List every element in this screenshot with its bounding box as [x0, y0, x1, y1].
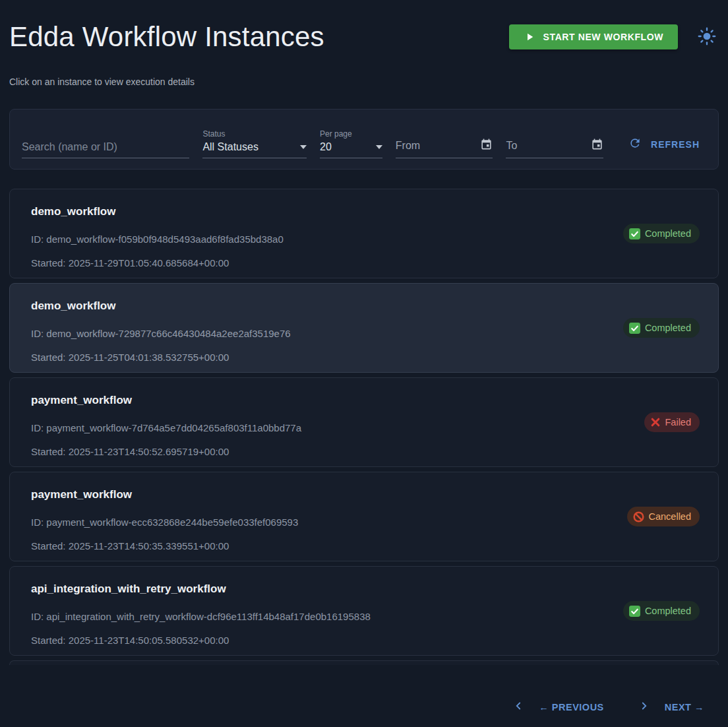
to-date-input[interactable] [506, 140, 572, 152]
start-new-workflow-button[interactable]: START NEW WORKFLOW [509, 24, 678, 49]
per-page-value: 20 [320, 141, 332, 153]
instance-id: ID: demo_workflow-f059b0f948d5493aad6f8f… [31, 234, 697, 245]
refresh-icon [628, 137, 642, 152]
instance-card[interactable]: payment_workflow ID: payment_workflow-ec… [9, 472, 719, 561]
previous-page-icon-button[interactable] [510, 697, 527, 716]
status-label: Cancelled [649, 511, 692, 522]
next-button[interactable]: NEXT → [659, 698, 710, 716]
instance-id: ID: demo_workflow-729877c66c46430484a2ee… [31, 328, 697, 339]
status-badge: Completed [623, 601, 700, 621]
instance-card[interactable]: payment_workflow ID: payment_workflow-7d… [9, 377, 719, 467]
status-badge: Completed [623, 224, 700, 243]
search-input[interactable] [22, 141, 189, 153]
per-page-select[interactable]: Per page 20 [320, 129, 382, 158]
refresh-label: REFRESH [651, 139, 700, 150]
instance-name: api_integration_with_retry_workflow [31, 583, 697, 596]
partial-next-card[interactable] [9, 660, 719, 665]
status-badge: Cancelled [627, 507, 700, 526]
instance-card[interactable]: demo_workflow ID: demo_workflow-729877c6… [9, 283, 719, 373]
pagination: ← PREVIOUS NEXT → [510, 697, 710, 716]
cross-icon [650, 417, 661, 427]
instance-list: demo_workflow ID: demo_workflow-f059b0f9… [9, 189, 719, 656]
status-label: Completed [645, 228, 691, 239]
instance-id: ID: payment_workflow-ecc632868e244be59ef… [31, 517, 697, 528]
instance-started: Started: 2025-11-29T01:05:40.685684+00:0… [31, 257, 697, 269]
page-title: Edda Workflow Instances [9, 21, 509, 53]
status-label: Completed [645, 606, 691, 616]
status-select[interactable]: Status All Statuses [202, 129, 307, 158]
chevron-right-icon [638, 700, 650, 714]
calendar-icon[interactable] [480, 138, 493, 153]
instance-name: demo_workflow [31, 205, 697, 218]
instance-card[interactable]: api_integration_with_retry_workflow ID: … [9, 566, 719, 656]
header: Edda Workflow Instances START NEW WORKFL… [9, 0, 719, 53]
play-icon [524, 31, 535, 43]
instance-name: payment_workflow [31, 488, 697, 501]
check-icon [629, 228, 640, 239]
from-date-input[interactable] [396, 140, 462, 152]
instance-id: ID: api_integration_with_retry_workflow-… [31, 611, 697, 622]
status-label: Status [202, 129, 307, 139]
instance-started: Started: 2025-11-23T14:50:52.695719+00:0… [31, 446, 697, 457]
sun-icon [698, 38, 716, 47]
chevron-down-icon [300, 145, 307, 149]
status-badge: Failed [644, 412, 700, 432]
calendar-icon[interactable] [591, 138, 603, 153]
status-label: Completed [645, 323, 691, 333]
instance-card[interactable]: demo_workflow ID: demo_workflow-f059b0f9… [9, 189, 719, 278]
check-icon [629, 606, 640, 617]
per-page-label: Per page [320, 129, 382, 139]
next-page-icon-button[interactable] [636, 697, 653, 716]
search-field [22, 141, 189, 158]
check-icon [629, 323, 640, 334]
chevron-left-icon [512, 700, 524, 714]
chevron-down-icon [376, 145, 382, 149]
instance-started: Started: 2025-11-25T04:01:38.532755+00:0… [31, 352, 697, 363]
status-value: All Statuses [202, 141, 258, 153]
to-date-field [506, 138, 603, 158]
refresh-button[interactable]: REFRESH [622, 131, 706, 157]
from-date-field [396, 138, 493, 158]
theme-toggle-button[interactable] [695, 24, 719, 50]
start-new-workflow-label: START NEW WORKFLOW [543, 32, 663, 42]
previous-button[interactable]: ← PREVIOUS [533, 698, 609, 716]
status-label: Failed [665, 417, 692, 427]
instance-name: payment_workflow [31, 394, 697, 407]
instance-started: Started: 2025-11-23T14:50:05.580532+00:0… [31, 635, 697, 646]
instance-started: Started: 2025-11-23T14:50:35.339551+00:0… [31, 540, 697, 552]
instance-name: demo_workflow [31, 300, 697, 313]
filter-panel: Status All Statuses Per page 20 [9, 109, 719, 170]
page: Edda Workflow Instances START NEW WORKFL… [0, 0, 728, 727]
page-subtitle: Click on an instance to view execution d… [9, 77, 719, 87]
prohibited-icon [633, 511, 644, 522]
instance-id: ID: payment_workflow-7d764a5e7dd04265af8… [31, 422, 697, 433]
status-badge: Completed [623, 318, 700, 338]
